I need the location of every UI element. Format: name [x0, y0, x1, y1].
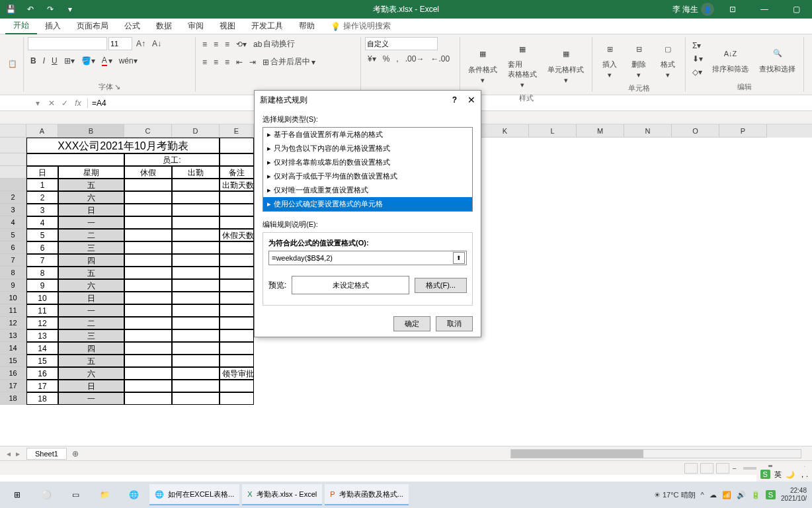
cell[interactable]: 3: [26, 204, 58, 216]
cell[interactable]: 1: [26, 179, 58, 191]
col-head-e[interactable]: E: [220, 124, 254, 138]
cell[interactable]: [220, 292, 254, 304]
col-head-k[interactable]: K: [481, 124, 529, 138]
cell[interactable]: 五: [58, 355, 124, 367]
cell[interactable]: [172, 279, 220, 292]
increase-decimal-icon[interactable]: .00→: [403, 53, 427, 65]
font-size-select[interactable]: [108, 37, 132, 50]
italic-button[interactable]: I: [40, 55, 48, 67]
cell[interactable]: 17: [26, 380, 58, 392]
onedrive-icon[interactable]: ☁: [710, 491, 717, 499]
sheet-tab[interactable]: Sheet1: [26, 448, 67, 460]
cell[interactable]: 四: [58, 254, 124, 267]
cell[interactable]: [220, 317, 254, 329]
tab-data[interactable]: 数据: [148, 19, 180, 34]
col-head-d[interactable]: D: [172, 124, 220, 138]
merge-center-button[interactable]: ⊞ 合并后居中▾: [260, 55, 318, 69]
rule-item[interactable]: ▸ 只为包含以下内容的单元格设置格式: [263, 142, 472, 155]
underline-button[interactable]: U: [49, 55, 60, 67]
cell[interactable]: [172, 380, 220, 392]
cell[interactable]: 16: [26, 367, 58, 380]
rule-item[interactable]: ▸ 仅对排名靠前或靠后的数值设置格式: [263, 155, 472, 169]
edge-icon[interactable]: 🌐: [119, 483, 148, 507]
ime-icon[interactable]: S: [760, 470, 770, 479]
col-head-m[interactable]: M: [577, 124, 624, 138]
comma-icon[interactable]: ,: [393, 53, 401, 65]
sheet-next-icon[interactable]: ▸: [13, 449, 22, 458]
cell[interactable]: [172, 342, 220, 355]
cell[interactable]: [172, 329, 220, 342]
dialog-titlebar[interactable]: 新建格式规则 ? ✕: [255, 91, 481, 109]
col-head-p[interactable]: P: [719, 124, 767, 138]
cell[interactable]: [172, 292, 220, 304]
indent-decrease-icon[interactable]: ⇤: [233, 56, 245, 68]
task-view-icon[interactable]: ▭: [61, 483, 90, 507]
cell[interactable]: [124, 279, 172, 292]
ime-tray-icon[interactable]: S: [766, 490, 776, 499]
cell[interactable]: XXX公司2021年10月考勤表: [26, 138, 220, 153]
tab-insert[interactable]: 插入: [37, 19, 69, 34]
row-head[interactable]: [0, 138, 26, 153]
cell[interactable]: 星期: [58, 166, 124, 179]
col-head-n[interactable]: N: [624, 124, 672, 138]
cell[interactable]: 五: [58, 267, 124, 279]
cell[interactable]: [124, 229, 172, 241]
find-select-button[interactable]: 🔍查找和选择: [755, 42, 799, 77]
cell[interactable]: [220, 254, 254, 267]
cell[interactable]: 一: [58, 216, 124, 229]
tab-help[interactable]: 帮助: [291, 19, 323, 34]
row-head[interactable]: 11: [0, 304, 26, 317]
border-button[interactable]: ⊞▾: [61, 55, 77, 67]
cancel-formula-icon[interactable]: ✕: [45, 99, 58, 108]
cell[interactable]: 日: [58, 292, 124, 304]
cell[interactable]: [172, 304, 220, 317]
cell[interactable]: [172, 179, 220, 191]
clipboard-button[interactable]: 📋: [4, 57, 21, 71]
cell[interactable]: 日: [58, 204, 124, 216]
sort-filter-button[interactable]: A↓Z排序和筛选: [708, 42, 752, 77]
cell[interactable]: 13: [26, 329, 58, 342]
cell[interactable]: 备注: [220, 166, 254, 179]
rule-item-selected[interactable]: ▸ 使用公式确定要设置格式的单元格: [263, 197, 472, 211]
row-head[interactable]: 6: [0, 241, 26, 254]
phonetic-button[interactable]: wén▾: [116, 55, 140, 67]
row-head[interactable]: 15: [0, 355, 26, 367]
row-head[interactable]: 2: [0, 191, 26, 204]
conditional-format-button[interactable]: ▦条件格式▾: [464, 42, 501, 87]
cell[interactable]: [220, 380, 254, 392]
decrease-decimal-icon[interactable]: ←.00: [428, 53, 452, 65]
cell[interactable]: 六: [58, 279, 124, 292]
qat-dropdown-icon[interactable]: ▾: [62, 1, 78, 17]
redo-icon[interactable]: ↷: [42, 1, 58, 17]
cell[interactable]: 18: [26, 392, 58, 405]
cell[interactable]: [124, 267, 172, 279]
minimize-button[interactable]: —: [751, 0, 778, 19]
cell[interactable]: [220, 267, 254, 279]
cell[interactable]: 一: [58, 304, 124, 317]
save-icon[interactable]: 💾: [3, 1, 19, 17]
volume-icon[interactable]: 🔊: [737, 491, 746, 499]
col-head-l[interactable]: L: [529, 124, 577, 138]
cell[interactable]: [172, 317, 220, 329]
cell[interactable]: [124, 179, 172, 191]
network-icon[interactable]: 📶: [722, 491, 731, 499]
cell[interactable]: 12: [26, 317, 58, 329]
row-head[interactable]: 13: [0, 329, 26, 342]
cell[interactable]: [124, 304, 172, 317]
maximize-button[interactable]: ▢: [783, 0, 809, 19]
cell[interactable]: 出勤天数: [220, 179, 254, 191]
tab-developer[interactable]: 开发工具: [243, 19, 291, 34]
cell[interactable]: 5: [26, 229, 58, 241]
cancel-button[interactable]: 取消: [436, 316, 473, 331]
cell[interactable]: [220, 241, 254, 254]
cell[interactable]: 二: [58, 317, 124, 329]
col-head-o[interactable]: O: [672, 124, 719, 138]
horizontal-scrollbar[interactable]: [84, 449, 812, 458]
cell[interactable]: [220, 191, 254, 204]
currency-icon[interactable]: ¥▾: [365, 53, 379, 65]
ime-punct-icon[interactable]: ，.: [799, 470, 808, 480]
ribbon-options-icon[interactable]: ⊡: [719, 0, 746, 19]
cell[interactable]: [220, 216, 254, 229]
row-head[interactable]: 17: [0, 380, 26, 392]
cell[interactable]: [172, 267, 220, 279]
